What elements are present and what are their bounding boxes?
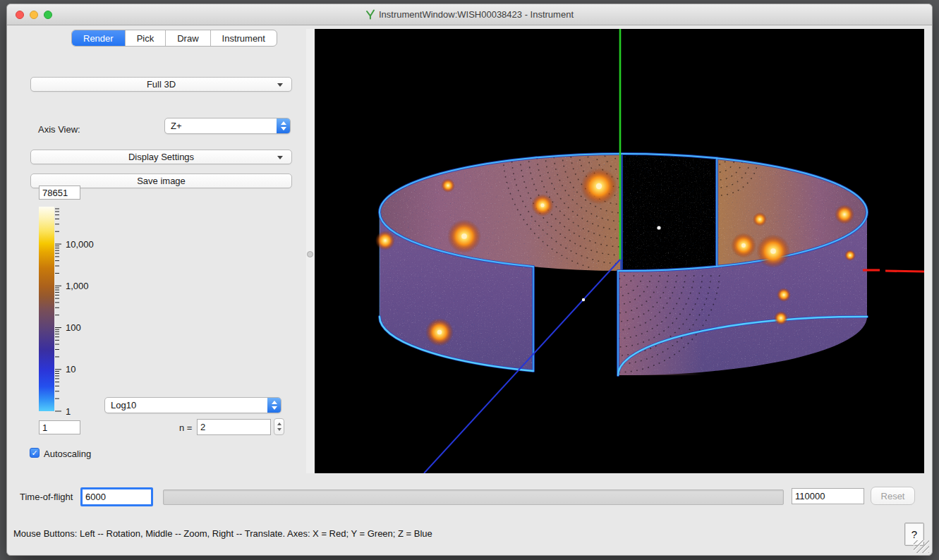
svg-text:1,000: 1,000 [66,281,89,291]
n-spinner[interactable] [274,418,284,435]
bragg-peak [774,311,788,325]
tab-pick[interactable]: Pick [126,30,166,46]
axis-view-label: Axis View: [38,124,80,135]
bragg-peak [375,231,395,250]
beam-marker [657,226,660,229]
caret-down-icon [277,156,283,159]
splitter-handle[interactable] [307,251,313,257]
svg-text:1: 1 [66,406,71,417]
bragg-peak [777,288,791,302]
tab-draw[interactable]: Draw [166,30,210,46]
colorbar-gradient[interactable] [39,207,54,411]
bragg-peak-core [741,243,746,248]
mantid-logo-icon [365,9,375,20]
panel-splitter[interactable] [306,29,315,473]
save-image-label: Save image [137,176,186,186]
bragg-peak-core [461,233,467,239]
resize-grip-icon[interactable] [914,540,929,553]
display-settings-label: Display Settings [128,152,194,162]
bragg-peak [835,205,854,224]
bragg-peak-core [437,330,442,334]
reset-label: Reset [881,491,905,501]
axis-view-value: Z+ [165,121,277,131]
n-input[interactable] [197,419,271,435]
tof-slider[interactable] [163,489,784,505]
scale-type-value: Log10 [105,400,267,410]
view-mode-dropdown[interactable]: Full 3D [30,77,292,92]
bragg-peak-core [770,248,776,254]
close-window-button[interactable] [16,11,24,19]
tof-current-input[interactable] [80,487,153,506]
scale-min-input[interactable] [39,420,80,434]
svg-text:10: 10 [66,364,75,375]
bragg-peak [844,250,856,261]
render-tab-bar: RenderPickDrawInstrument [71,30,277,47]
caret-down-icon [277,83,283,87]
minimize-window-button[interactable] [30,11,38,19]
status-text: Mouse Buttons: Left -- Rotation, Middle … [13,528,432,539]
scale-type-select[interactable]: Log10 [104,397,281,413]
scale-max-input[interactable] [39,185,80,200]
popup-arrows-icon [277,118,290,133]
title-bar[interactable]: InstrumentWindow:WISH00038423 - Instrume… [7,4,932,25]
bragg-peak-core [596,183,602,189]
colorbar[interactable]: 1101001,00010,000 [39,203,134,416]
autoscaling-checkbox[interactable]: ✓ [30,448,40,458]
tof-reset-button[interactable]: Reset [871,487,915,505]
tof-max-input[interactable] [792,488,864,504]
axis-view-select[interactable]: Z+ [164,118,291,134]
beam-marker [582,298,585,301]
tab-render[interactable]: Render [72,30,126,46]
instrument-3d-viewport[interactable] [315,29,924,473]
help-icon: ? [911,528,917,540]
window-content: RenderPickDrawInstrument Full 3D Axis Vi… [7,25,932,555]
svg-text:10,000: 10,000 [66,239,94,250]
instrument-window: InstrumentWindow:WISH00038423 - Instrume… [6,4,933,556]
popup-arrows-icon [267,398,281,413]
colorbar-tick-labels: 1101001,00010,000 [66,239,94,416]
view-mode-value: Full 3D [147,79,176,90]
tab-instrument[interactable]: Instrument [211,30,277,46]
window-controls [16,11,52,19]
n-label: n = [179,422,192,433]
tof-label: Time-of-flight [20,492,73,502]
bragg-peak [441,178,455,193]
bragg-peak [753,212,767,226]
svg-text:100: 100 [66,322,81,333]
autoscaling-label: Autoscaling [44,449,91,459]
zoom-window-button[interactable] [44,11,52,19]
colorbar-ticks [55,209,61,411]
display-settings-dropdown[interactable]: Display Settings [30,150,292,164]
window-title: InstrumentWindow:WISH00038423 - Instrume… [379,9,574,20]
bragg-peak-core [540,203,544,207]
x-axis-line [885,271,924,272]
